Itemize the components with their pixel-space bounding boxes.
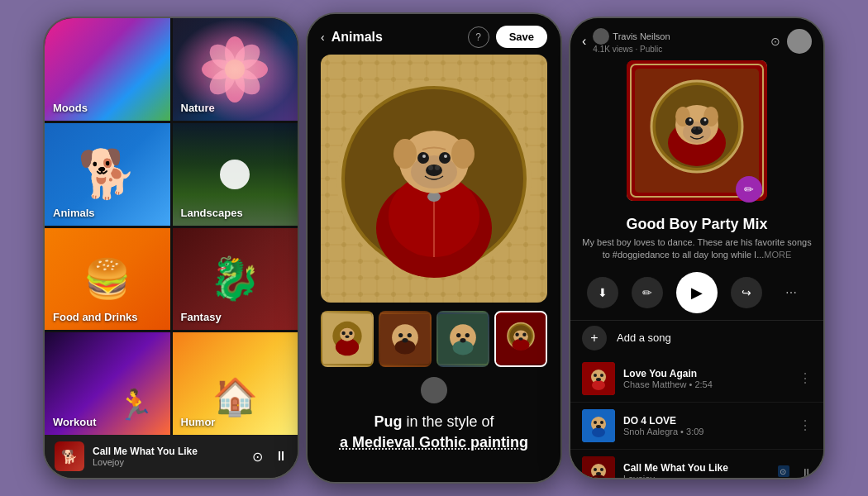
category-cell-humor[interactable]: 🏠 Humor (173, 332, 298, 435)
middle-content: ‹ Animals ? Save (308, 14, 560, 482)
svg-point-56 (522, 333, 526, 336)
song-title-2: DO 4 LOVE (623, 415, 790, 427)
style-label-area: Pug in the style of a Medieval Gothic pa… (308, 405, 560, 482)
svg-point-0 (225, 36, 245, 69)
scroll-indicator (308, 377, 560, 403)
play-icon: ▶ (691, 284, 703, 302)
song-artist-3: Lovejoy (623, 474, 770, 478)
svg-point-42 (408, 333, 412, 337)
right-back-button[interactable]: ‹ (582, 34, 586, 49)
channel-info: Travis Neilson (593, 28, 764, 45)
svg-point-8 (225, 60, 245, 79)
nature-label: Nature (181, 102, 215, 114)
food-icon: 🍔 (83, 256, 131, 301)
svg-point-74 (698, 126, 701, 130)
style-description-line1: Pug in the style of (324, 412, 544, 432)
svg-point-90 (594, 468, 597, 471)
middle-header: ‹ Animals ? Save (308, 14, 560, 55)
now-playing-artist: Lovejoy (93, 457, 244, 467)
more-options-button[interactable]: ⋯ (775, 277, 807, 308)
svg-point-83 (592, 427, 605, 437)
edit-button[interactable]: ✏ (632, 277, 663, 308)
middle-back-button[interactable]: ‹ (321, 31, 325, 44)
edit-icon: ✏ (642, 286, 652, 299)
category-cell-nature[interactable]: Nature (173, 18, 298, 121)
category-grid: Moods Nature (45, 18, 298, 435)
svg-point-2 (202, 60, 235, 79)
song-more-button-1[interactable]: ⋮ (799, 370, 812, 386)
right-header-icons: ⊙ (770, 29, 812, 54)
category-cell-moods[interactable]: Moods (45, 18, 170, 121)
song-thumbnail-1 (582, 362, 615, 395)
play-button[interactable]: ▶ (676, 272, 718, 313)
song-row[interactable]: Call Me What You Like Lovejoy ⊙ ⏸ (570, 450, 823, 478)
svg-point-47 (456, 333, 460, 337)
playlist-title: Good Boy Party Mix (570, 209, 823, 236)
more-icon: ⋯ (785, 286, 797, 299)
download-button[interactable]: ⬇ (587, 277, 618, 308)
right-header-title-area: Travis Neilson 4.1K views · Public (593, 28, 764, 54)
cast-button[interactable]: ⊙ (252, 449, 263, 465)
song-more-button-3[interactable]: ⊙ (778, 465, 789, 478)
svg-point-55 (515, 333, 518, 336)
song-pause-button[interactable]: ⏸ (801, 466, 812, 478)
song-more-button-2[interactable]: ⋮ (799, 417, 812, 433)
help-button[interactable]: ? (468, 26, 489, 48)
thumbnail-3[interactable] (436, 311, 489, 367)
svg-point-6 (205, 64, 240, 99)
svg-point-7 (230, 64, 265, 99)
workout-runner-icon: 🏃 (117, 388, 154, 422)
download-icon: ⬇ (598, 286, 608, 299)
svg-point-91 (600, 468, 603, 471)
animals-dog-icon: 🐕 (78, 146, 137, 202)
moods-label: Moods (53, 102, 88, 114)
workout-label: Workout (53, 416, 96, 428)
save-button[interactable]: Save (496, 26, 547, 48)
category-cell-workout[interactable]: 🏃 Workout (45, 332, 170, 435)
svg-point-21 (393, 139, 417, 169)
category-cell-food[interactable]: 🍔 Food and Drinks (45, 228, 170, 331)
middle-phone: ‹ Animals ? Save (306, 12, 562, 484)
main-painting (321, 55, 547, 303)
user-avatar[interactable] (787, 29, 812, 54)
svg-point-27 (444, 155, 447, 158)
svg-point-54 (512, 339, 529, 351)
pause-button[interactable]: ⏸ (274, 449, 288, 464)
song-row[interactable]: DO 4 LOVE Snoh Aalegra • 3:09 ⋮ (570, 403, 823, 450)
svg-text:⊙: ⊙ (780, 467, 786, 476)
edit-playlist-button[interactable]: ✏ (736, 176, 762, 203)
svg-point-73 (693, 126, 696, 130)
thumbnail-2[interactable] (379, 311, 432, 367)
svg-point-35 (341, 331, 345, 335)
svg-point-70 (689, 119, 692, 122)
thumbnail-1[interactable] (321, 311, 374, 367)
song-artist-2: Snoh Aalegra • 3:09 (623, 427, 790, 436)
more-label[interactable]: MORE (764, 250, 791, 260)
svg-point-79 (600, 374, 603, 377)
category-cell-landscapes[interactable]: Landscapes (173, 123, 298, 226)
main-painting-container (321, 55, 547, 303)
now-playing-thumbnail: 🐕 (55, 441, 84, 471)
svg-point-71 (704, 119, 707, 122)
song-row[interactable]: Love You Again Chase Matthew • 2:54 ⋮ (570, 355, 823, 403)
category-cell-fantasy[interactable]: 🐉 Fantasy (173, 228, 298, 331)
svg-point-25 (439, 152, 451, 164)
song-thumbnail-3 (582, 456, 615, 478)
song-title-1: Love You Again (623, 368, 790, 379)
add-song-row[interactable]: + Add a song (570, 320, 823, 355)
phones-container: Moods Nature (43, 8, 825, 488)
connector-text: in the style of (402, 413, 494, 430)
category-cell-animals[interactable]: 🐕 Animals (45, 123, 170, 226)
share-button[interactable]: ↪ (731, 277, 762, 308)
humor-house-icon: 🏠 (212, 375, 258, 418)
middle-category-title: Animals (331, 30, 461, 45)
song-info-1: Love You Again Chase Matthew • 2:54 (623, 368, 790, 389)
flower-decoration (202, 36, 268, 103)
add-song-label: Add a song (617, 331, 671, 344)
svg-point-68 (685, 117, 694, 126)
thumbnail-4[interactable] (494, 311, 547, 367)
right-header: ‹ Travis Neilson 4.1K views · Public ⊙ (570, 18, 823, 60)
svg-point-43 (402, 338, 408, 342)
cast-icon[interactable]: ⊙ (770, 35, 780, 48)
svg-point-80 (596, 378, 601, 381)
